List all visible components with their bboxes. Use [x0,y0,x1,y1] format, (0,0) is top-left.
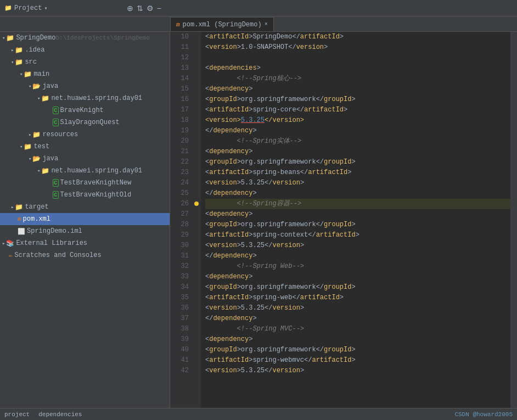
title-bar: 📁 Project ▾ ⊕ ⇅ ⚙ − [0,0,517,16]
line-number: 37 [170,313,189,324]
sidebar-item-label: target [25,203,48,211]
line-number: 28 [170,220,189,230]
arrow-icon: ▸ [11,204,14,210]
code-line: <dependency> [205,272,510,282]
dependencies-status: dependencies [38,411,82,418]
line-number: 30 [170,240,189,251]
arrow-icon: ▾ [2,35,5,41]
code-line: <version>5.3.25</version> [205,115,510,126]
sidebar-item-label: net.huawei.spring.day01 [51,167,142,175]
sidebar-item-springdemo-iml[interactable]: ⬜SpringDemo.iml [0,225,170,237]
line-number: 13 [170,63,189,74]
sidebar-item-main[interactable]: ▾📁main [0,68,170,80]
code-line: <!--Spring实体--> [205,136,510,147]
code-line: <artifactId>spring-beans</artifactId> [205,167,510,178]
sidebar-item-src[interactable]: ▾📁src [0,56,170,68]
arrow-icon: ▾ [29,83,31,89]
line-number: 15 [170,84,189,94]
tab-m-icon: m [176,21,180,28]
sidebar-item-java2[interactable]: ▾📂java [0,153,170,165]
code-line: <groupId>org.springframework</groupId> [205,94,510,105]
sidebar-item-idea[interactable]: ▸📁.idea [0,44,170,56]
test-class-icon: C [53,179,59,187]
folder-icon: 📁 [24,70,32,79]
iml-icon: ⬜ [18,228,25,235]
sidebar-item-java[interactable]: ▾📂java [0,80,170,92]
line-number: 26 [170,199,189,209]
organize-button[interactable]: ⇅ [137,4,143,12]
folder-icon: 📁 [15,203,23,211]
project-label: Project [14,4,42,12]
class-icon: C [53,107,59,114]
tab-pom-xml[interactable]: m pom.xml (SpringDemo) × [170,17,274,31]
sidebar-item-net-huawei2[interactable]: ▾📁net.huawei.spring.day01 [0,165,170,177]
line-number: 40 [170,345,189,355]
sidebar-item-springdemo-root[interactable]: ▾📁SpringDemo D:\IdeaProjects\SpringDemo [0,32,170,44]
folder-icon: 📁 [41,167,49,175]
libs-icon: 📚 [6,239,14,248]
arrow-icon: ▾ [11,59,14,65]
scratches-icon: ✏ [9,251,13,260]
sidebar-item-label: main [33,70,49,78]
line-number: 42 [170,366,189,376]
line-numbers: 1011121314151617181920212223242526272829… [170,32,192,408]
line-number: 14 [170,74,189,84]
project-folder-icon: 📁 [6,34,14,42]
code-line: <groupId>org.springframework</groupId> [205,220,510,230]
code-line: <version>5.3.25</version> [205,240,510,251]
sidebar-item-TestBraveKnightNew[interactable]: CTestBraveKnightNew [0,177,170,189]
sidebar-item-label: BraveKnight [60,107,104,114]
sidebar-item-label: TestBraveKnightOld [60,191,132,199]
sidebar-item-label: Scratches and Consoles [14,251,101,259]
code-line: <artifactId>spring-context</artifactId> [205,230,510,240]
sidebar-item-net-huawei[interactable]: ▾📁net.huawei.spring.day01 [0,92,170,104]
sidebar-item-label: SlayDragonQuest [60,119,120,126]
sidebar-item-label: java [42,82,58,90]
project-arrow-icon: ▾ [44,5,47,12]
arrow-icon: ▾ [20,144,23,150]
code-line: <groupId>org.springframework</groupId> [205,157,510,167]
folder-icon: 📁 [15,58,23,66]
line-number: 12 [170,53,189,63]
sidebar-item-label: TestBraveKnightNew [60,179,132,187]
folder-blue-icon: 📂 [32,82,41,91]
sidebar-item-test[interactable]: ▾📁test [0,141,170,153]
sidebar[interactable]: ▾📁SpringDemo D:\IdeaProjects\SpringDemo▸… [0,32,170,408]
line-number: 17 [170,105,189,115]
add-button[interactable]: ⊕ [127,4,133,12]
code-area[interactable]: <artifactId>SpringDemo</artifactId> <ver… [201,32,510,408]
sidebar-item-target[interactable]: ▸📁target [0,201,170,213]
line-number: 18 [170,115,189,126]
arrow-icon: ▸ [11,47,14,53]
sidebar-item-pom-xml[interactable]: mpom.xml [0,213,170,225]
credit-text: CSDN @howard2005 [454,411,513,418]
sidebar-item-TestBraveKnightOld[interactable]: CTestBraveKnightOld [0,189,170,201]
minimize-button[interactable]: − [157,4,161,12]
sidebar-item-label: External Libraries [16,239,87,247]
sidebar-item-resources[interactable]: ▸📁resources [0,128,170,141]
settings-button[interactable]: ⚙ [147,4,154,12]
arrow-icon: ▾ [20,71,23,77]
line-number: 35 [170,293,189,303]
line-number: 19 [170,126,189,136]
tab-close-icon[interactable]: × [265,21,268,27]
editor-content: 1011121314151617181920212223242526272829… [170,32,517,408]
sidebar-item-ext-libs[interactable]: ▸📚External Libraries [0,237,170,249]
sidebar-item-label: net.huawei.spring.day01 [51,94,142,102]
code-line: <version>1.0-SNAPSHOT</version> [205,42,510,53]
folder-icon: 📁 [32,131,41,139]
code-line: <dependency> [205,84,510,94]
gutter [192,32,201,408]
code-line: <artifactId>spring-webmvc</artifactId> [205,355,510,366]
tab-bar: m pom.xml (SpringDemo) × [0,16,517,32]
sidebar-item-SlayDragonQuest[interactable]: CSlayDragonQuest [0,116,170,128]
line-number: 32 [170,261,189,272]
sidebar-item-scratches[interactable]: ✏Scratches and Consoles [0,249,170,261]
arrow-icon: ▾ [29,156,31,162]
arrow-icon: ▸ [29,132,31,138]
sidebar-item-label: java [42,155,58,163]
sidebar-item-BraveKnight[interactable]: CBraveKnight [0,104,170,116]
line-number: 29 [170,230,189,240]
line-number: 36 [170,303,189,313]
scrollbar[interactable] [510,32,517,408]
